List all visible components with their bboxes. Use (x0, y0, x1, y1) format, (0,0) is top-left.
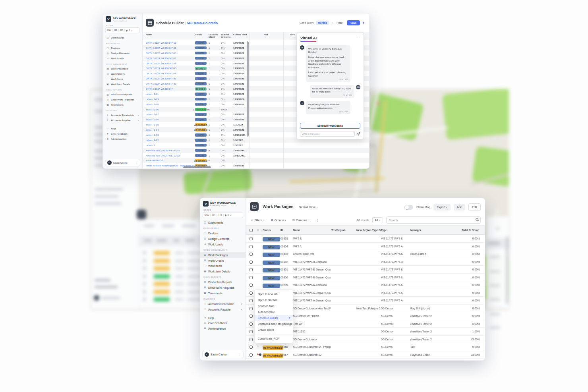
sidebar-item-designs[interactable]: ▢Designs (103, 45, 142, 50)
work-item-link[interactable]: cable - 2-11 (146, 93, 193, 95)
message-input[interactable] (300, 131, 355, 137)
name-cell[interactable]: 5G Denver-Quadrant 2 - Prelim (293, 346, 331, 348)
column-header-id[interactable]: ID (280, 229, 283, 232)
select-all-checkbox[interactable] (250, 229, 253, 232)
status-badge[interactable]: NEW (195, 57, 207, 60)
name-cell[interactable]: 5G Denver-Quadrant12 (293, 353, 331, 356)
scope-selector[interactable]: SGN1231230∨ (203, 212, 243, 218)
work-item-link[interactable]: OKTK 1012A WI 300547 (146, 87, 193, 90)
table-row[interactable]: NEW▾00299VIT-11472-WPT-A-ColoradoVIT-114… (246, 281, 485, 289)
horizontal-scrollbar[interactable] (183, 166, 211, 168)
row-checkbox[interactable] (250, 315, 253, 318)
table-row[interactable]: cable - 2NEW10%1/3/2022 (143, 143, 369, 148)
name-cell[interactable]: WPT B (293, 237, 331, 240)
sidebar-item-give-feedback[interactable]: ♥Give Feedback (103, 131, 142, 136)
work-item-link[interactable]: cable - 2-03 (146, 133, 193, 136)
send-icon[interactable] (356, 132, 360, 136)
status-badge[interactable]: NEW (195, 118, 207, 121)
row-checkbox[interactable] (250, 353, 253, 357)
work-item-link[interactable]: OKTK 1012A WI 300547-03 (146, 77, 193, 80)
name-cell[interactable]: VIT-11472-WPT-A-Denver-Quad (293, 292, 331, 294)
status-badge-dropdown[interactable]: NEW▾ (263, 261, 280, 265)
flag-icon[interactable]: ⚐ (257, 345, 259, 348)
name-cell[interactable]: 5G Demo-Colorado (293, 338, 331, 341)
sidebar-item-work-orders[interactable]: ⊟Work Orders (200, 258, 246, 263)
work-item-link[interactable]: OKTK 1012A WI 300547-07 (146, 57, 193, 60)
sidebar-item-production-reports[interactable]: ▥Production Reports (200, 279, 246, 285)
name-cell[interactable]: WPT A (293, 245, 331, 248)
status-badge[interactable]: ISSUED (195, 87, 207, 91)
status-badge[interactable]: NEW (195, 62, 207, 65)
menu-item-schedule-builder[interactable]: Schedule Builder✦ (255, 315, 293, 321)
sidebar-item-designs[interactable]: ▢Designs (200, 230, 246, 236)
column-header-start[interactable]: Current Start (233, 33, 247, 36)
sidebar-item-accounts-payable[interactable]: ⇧Accounts Payable∨ (103, 118, 142, 123)
sidebar-item-design-elements[interactable]: ◎Design Elements (200, 236, 246, 241)
chevron-down-icon[interactable]: ▼ (331, 22, 333, 24)
sidebar-item-help[interactable]: ?Help (103, 126, 142, 131)
name-cell[interactable]: VIT-11472-WPT-A-Denver-Quad (293, 299, 331, 302)
column-header-name[interactable]: Name (293, 229, 300, 232)
status-badge[interactable]: NEW (195, 133, 207, 137)
row-checkbox[interactable] (250, 284, 253, 287)
chevron-down-icon[interactable]: ∨ (230, 214, 232, 216)
status-badge[interactable]: NEW (195, 98, 207, 101)
status-badge[interactable]: NEW (195, 144, 207, 147)
vertical-scrollbar[interactable] (247, 41, 249, 137)
sidebar-item-extra-work-requests[interactable]: ⊞Extra Work Requests (103, 97, 142, 102)
chevron-down-icon[interactable]: ∨ (131, 29, 133, 32)
row-checkbox[interactable] (250, 276, 253, 279)
row-checkbox[interactable] (250, 268, 253, 271)
sidebar-item-work-item-details[interactable]: ▣Work Item Details (200, 268, 246, 274)
add-button[interactable]: Add (454, 204, 465, 210)
work-item-link[interactable]: Antenna new EWOR OE-09 02 (146, 149, 193, 152)
status-badge-dropdown[interactable]: NEW▾ (263, 276, 280, 280)
menu-item-open-in-new-tab[interactable]: Open in new tab (255, 291, 293, 297)
work-item-link[interactable]: cable - 2-09 (146, 98, 193, 100)
sidebar-item-work-item-details[interactable]: ▣Work Item Details (103, 81, 142, 87)
user-menu[interactable]: SCSaulo Castro⋮ (202, 351, 244, 358)
status-badge[interactable]: NEW (195, 72, 207, 75)
name-cell[interactable]: VIT-11472-WPT-B-Colorado (293, 261, 331, 263)
status-badge[interactable]: NEW (195, 77, 207, 80)
kebab-menu-icon[interactable]: ⋮ (238, 353, 241, 356)
column-header-type[interactable]: Type (381, 229, 387, 232)
table-row[interactable]: Install conduit trenching (DO) - Inprogr… (143, 163, 369, 168)
menu-item-auto-schedule[interactable]: Auto schedule (255, 309, 293, 315)
name-cell[interactable]: Test WPT (293, 322, 331, 325)
status-badge[interactable]: ASSIGNED (195, 123, 207, 126)
row-checkbox[interactable] (250, 346, 253, 349)
status-badge[interactable]: ISSUED (195, 67, 207, 70)
work-item-link[interactable]: cable - 2-10 (146, 108, 193, 111)
minimize-icon[interactable]: — (357, 36, 360, 39)
more-options-icon[interactable]: ⋮ (316, 218, 319, 222)
name-cell[interactable]: 5G Denver WP Demo (293, 315, 331, 317)
row-checkbox[interactable] (250, 330, 253, 333)
work-item-link[interactable]: OKTK 1012A WI 300547-04 (146, 72, 193, 75)
work-item-link[interactable]: cable - 2-04 (146, 128, 193, 131)
view-selector[interactable]: Default View ∨ (299, 205, 318, 209)
sidebar-item-work-packages[interactable]: ▤Work Packages (103, 66, 142, 71)
status-badge[interactable]: NEW (195, 103, 207, 106)
column-header-newregion[interactable]: New Region Type DE (356, 229, 382, 232)
name-cell[interactable]: VIT-11472-WPT-A-Colorado (293, 284, 331, 286)
status-badge[interactable]: NEW (195, 82, 207, 85)
work-item-link[interactable]: cable - 2-07 (146, 113, 193, 116)
sidebar-item-accounts-receivable[interactable]: ⇩Accounts Receivable∨ (200, 301, 246, 307)
sidebar-item-timesheets[interactable]: ▦Timesheets (200, 290, 246, 296)
table-row[interactable]: NEW▾00301VIT-11472-WPT-B-Denver-QuadVIT-… (246, 266, 485, 274)
sidebar-item-timesheets[interactable]: ▦Timesheets (103, 102, 142, 107)
name-cell[interactable]: another gantt test (293, 253, 331, 255)
sidebar-item-dashboards[interactable]: ◫Dashboards (103, 35, 142, 40)
menu-item-show-on-map[interactable]: Show on Map (255, 303, 293, 309)
table-row[interactable]: NEW▾00303another gantt testVIT-11472-WPT… (246, 250, 485, 258)
work-item-link[interactable]: OKTK 1012A WI 300547-08 (146, 52, 193, 54)
status-badge[interactable]: NEW (195, 52, 207, 55)
table-row[interactable]: schedule test wiASSIGNED00% (143, 158, 369, 163)
column-header-status[interactable]: Status (195, 33, 202, 36)
status-badge[interactable]: NEW (195, 113, 207, 116)
sidebar-item-work-packages[interactable]: ▤Work Packages (200, 252, 246, 258)
menu-item-download-close-out-package[interactable]: Download close out package (255, 321, 293, 327)
row-checkbox[interactable] (250, 253, 253, 256)
work-item-link[interactable]: cable - 2 (146, 144, 193, 147)
